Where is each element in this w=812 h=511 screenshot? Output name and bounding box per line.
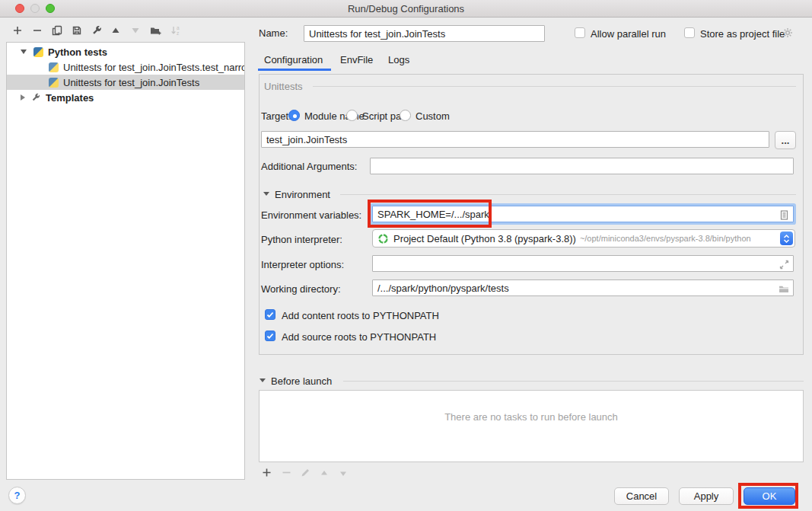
tree-item-python-tests[interactable]: Python tests (7, 44, 244, 59)
interpreter-options-input[interactable] (372, 255, 794, 272)
store-as-project-file-checkbox[interactable] (684, 27, 695, 38)
before-launch-collapse-icon[interactable] (260, 378, 266, 382)
move-down-button (129, 24, 142, 37)
folder-icon (778, 283, 790, 294)
active-tab-indicator (258, 69, 331, 71)
environment-variables-label: Environment variables: (261, 209, 361, 221)
minus-icon (31, 24, 43, 37)
allow-parallel-run-checkbox[interactable] (575, 27, 585, 38)
tree-item-label: Python tests (48, 46, 107, 58)
save-configuration-button[interactable] (70, 24, 84, 37)
tree-item-unittest-narrow[interactable]: Unittests for test_join.JoinTests.test_n… (7, 59, 244, 75)
dropdown-stepper-icon[interactable] (780, 232, 793, 245)
plus-icon (11, 24, 24, 37)
tab-configuration[interactable]: Configuration (264, 54, 323, 65)
ok-button[interactable]: OK (744, 487, 795, 505)
target-label: Target: (261, 110, 291, 122)
templates-wrench-icon (30, 92, 41, 103)
arrow-up-icon (110, 24, 122, 37)
plus-icon (261, 467, 272, 478)
pencil-icon (300, 467, 311, 478)
tree-item-unittest-jointests[interactable]: Unittests for test_join.JoinTests (7, 75, 244, 90)
copy-icon (51, 24, 63, 37)
target-script-path-radio[interactable] (346, 110, 358, 121)
tree-item-templates[interactable]: Templates (7, 90, 244, 105)
target-custom-radio[interactable] (400, 110, 411, 121)
arrow-up-icon (319, 468, 330, 478)
remove-task-button (279, 465, 293, 479)
additional-arguments-label: Additional Arguments: (261, 161, 357, 172)
interpreter-options-label: Interpreter options: (261, 259, 344, 270)
svg-text:a: a (177, 25, 180, 30)
edit-templates-button[interactable] (90, 24, 103, 37)
add-content-roots-label: Add content roots to PYTHONPATH (282, 310, 439, 321)
expand-icon (779, 259, 790, 270)
create-folder-button[interactable] (148, 24, 162, 37)
sort-az-icon: az (170, 24, 182, 37)
browse-module-button[interactable]: ... (775, 131, 796, 149)
copy-configuration-button[interactable] (50, 24, 64, 37)
before-launch-section-label: Before launch (271, 375, 332, 387)
help-button[interactable]: ? (8, 487, 26, 504)
expand-interpreter-options-button[interactable] (777, 257, 791, 271)
tree-item-label: Unittests for test_join.JoinTests.test_n… (63, 62, 244, 73)
add-configuration-button[interactable] (11, 24, 24, 37)
target-custom-label: Custom (416, 110, 450, 122)
minus-icon (281, 467, 292, 478)
remove-configuration-button[interactable] (30, 24, 44, 37)
window-title: Run/Debug Configurations (0, 3, 812, 14)
apply-button[interactable]: Apply (679, 487, 734, 505)
before-launch-task-list (259, 390, 804, 462)
before-launch-empty-message: There are no tasks to run before launch (259, 411, 804, 423)
python-run-configuration-icon (49, 78, 59, 88)
module-name-input[interactable] (261, 131, 769, 148)
wrench-icon (91, 24, 103, 37)
python-interpreter-path: ~/opt/miniconda3/envs/pyspark-3.8/bin/py… (580, 234, 751, 243)
browse-working-directory-button[interactable] (777, 282, 791, 295)
add-content-roots-checkbox[interactable] (265, 309, 275, 320)
target-module-name-radio[interactable] (288, 110, 300, 121)
store-options-gear-button (781, 26, 794, 40)
python-interpreter-name: Project Default (Python 3.8 (pyspark-3.8… (393, 233, 576, 244)
name-label: Name: (259, 27, 288, 39)
save-icon (71, 24, 83, 37)
section-separator (340, 194, 796, 195)
sort-configurations-button: az (169, 24, 183, 37)
python-tests-icon (33, 47, 43, 57)
edit-task-button (298, 465, 312, 479)
edit-environment-variables-button[interactable] (777, 208, 791, 222)
tab-logs[interactable]: Logs (388, 54, 409, 65)
tab-envfile[interactable]: EnvFile (340, 54, 373, 65)
name-input[interactable] (304, 25, 545, 42)
configurations-tree: Python tests Unittests for test_join.Joi… (6, 42, 245, 480)
add-source-roots-checkbox[interactable] (265, 331, 275, 341)
environment-variables-input[interactable] (372, 206, 794, 222)
arrow-down-icon (129, 24, 142, 37)
arrow-down-icon (338, 468, 349, 478)
folder-plus-icon (149, 24, 162, 37)
move-up-button[interactable] (109, 24, 123, 37)
environment-section-label: Environment (275, 189, 330, 200)
run-debug-configurations-dialog: Run/Debug Configurations az Python tests… (0, 0, 812, 511)
conda-environment-icon (377, 233, 389, 244)
working-directory-input[interactable] (372, 279, 794, 296)
list-icon (779, 209, 790, 221)
section-separator (313, 86, 796, 87)
additional-arguments-input[interactable] (370, 158, 794, 174)
python-interpreter-select[interactable]: Project Default (Python 3.8 (pyspark-3.8… (372, 229, 795, 248)
allow-parallel-run-label: Allow parallel run (591, 28, 666, 40)
chevron-right-icon[interactable] (21, 94, 25, 101)
unittests-section-label: Unittests (264, 81, 303, 92)
check-icon (266, 310, 275, 319)
chevron-down-icon[interactable] (21, 50, 27, 54)
environment-collapse-icon[interactable] (263, 192, 269, 196)
check-icon (266, 331, 275, 340)
tree-item-label: Unittests for test_join.JoinTests (63, 77, 199, 88)
add-task-button[interactable] (260, 465, 273, 479)
svg-text:z: z (177, 30, 179, 36)
add-source-roots-label: Add source roots to PYTHONPATH (282, 331, 436, 343)
gear-icon (782, 27, 794, 39)
tree-item-label: Templates (46, 92, 94, 104)
store-as-project-file-label: Store as project file (700, 28, 785, 40)
cancel-button[interactable]: Cancel (614, 487, 669, 505)
